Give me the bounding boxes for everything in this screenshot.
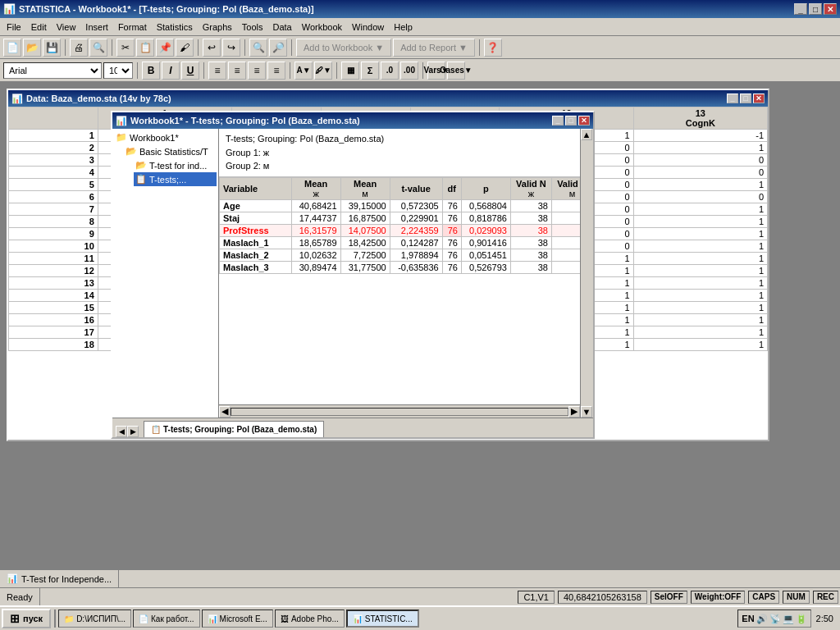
data-window-buttons: _ □ ✕: [727, 94, 765, 103]
scroll-right-btn[interactable]: ▶: [568, 406, 580, 418]
format-toolbar: Arial 10 B I U ≡ ≡ ≡ ≡ A▼ 🖊▼ ▦ Σ .0 .00 …: [0, 59, 840, 82]
menu-data[interactable]: Data: [268, 21, 297, 34]
results-table: Variable Meanж Meanм t-value df p Valid …: [219, 177, 593, 274]
menu-edit[interactable]: Edit: [26, 21, 52, 34]
copy-btn[interactable]: 📋: [136, 39, 154, 57]
bold-btn[interactable]: B: [142, 62, 160, 80]
menu-format[interactable]: Format: [113, 21, 152, 34]
tree-basic-stats[interactable]: 📂 Basic Statistics/T: [124, 144, 217, 158]
system-clock: 2:50: [813, 614, 837, 623]
underline-btn[interactable]: U: [181, 62, 199, 80]
workbook-window: 📊 Workbook1* - T-tests; Grouping: Pol (B…: [111, 111, 595, 439]
print-btn[interactable]: 🖨: [70, 39, 88, 57]
main-area: 📊 Data: Baza_demo.sta (14v by 78c) _ □ ✕…: [0, 82, 840, 548]
wb-maximize-btn[interactable]: □: [565, 116, 577, 126]
v-scrollbar[interactable]: ▲ ▼: [580, 129, 593, 418]
weight-text: Weight:OFF: [695, 592, 741, 601]
start-button[interactable]: ⊞ пуск: [2, 609, 51, 628]
font-size-selector[interactable]: 10: [103, 62, 133, 79]
results-row: Maslach_3 30,89474 31,77500 -0,635836 76…: [220, 261, 593, 273]
tab-t-tests[interactable]: 📋 T-tests; Grouping: Pol (Baza_demo.sta): [144, 421, 324, 437]
help-btn[interactable]: ❓: [484, 39, 502, 57]
taskbar-item-explorer[interactable]: 📁 D:\ИСПИП\...: [58, 609, 131, 628]
results-row: Maslach_2 10,02632 7,72500 1,978894 76 0…: [220, 249, 593, 261]
maximize-button[interactable]: □: [809, 3, 822, 15]
align-center-btn[interactable]: ≡: [228, 62, 246, 80]
taskbar-item-photoshop[interactable]: 🖼 Adobe Pho...: [275, 609, 345, 628]
scroll-down-btn[interactable]: ▼: [581, 406, 592, 418]
italic-btn[interactable]: I: [162, 62, 180, 80]
results-row: Maslach_1 18,65789 18,42500 0,124287 76 …: [220, 236, 593, 249]
data-close-btn[interactable]: ✕: [753, 94, 765, 103]
close-button[interactable]: ✕: [824, 3, 837, 15]
add-to-report-btn[interactable]: Add to Report ▼: [393, 39, 475, 57]
percent-btn[interactable]: .0: [381, 62, 399, 80]
sep6: [479, 39, 480, 56]
highlight-btn[interactable]: 🖊▼: [314, 62, 332, 80]
wb-close-btn[interactable]: ✕: [578, 116, 590, 126]
wb-minimize-btn[interactable]: _: [552, 116, 564, 126]
stat-label: STATISTIC...: [365, 614, 413, 623]
sep9: [290, 62, 290, 79]
col-tvalue: t-value: [390, 177, 442, 199]
scroll-up-btn[interactable]: ▲: [581, 129, 592, 140]
data-minimize-btn[interactable]: _: [727, 94, 738, 103]
sum-btn[interactable]: Σ: [361, 62, 379, 80]
add-to-workbook-btn[interactable]: Add to Workbook ▼: [296, 39, 391, 57]
cut-btn[interactable]: ✂: [116, 39, 135, 57]
tree-t-tests[interactable]: 📋 T-tests;...: [134, 172, 217, 186]
paste-btn[interactable]: 📌: [156, 39, 174, 57]
menu-insert[interactable]: Insert: [80, 21, 113, 34]
menu-statistics[interactable]: Statistics: [152, 21, 198, 34]
sys-tray: EN 🔊 📡 💻 🔋: [737, 609, 810, 628]
main-title-bar: 📊 STATISTICA - Workbook1* - [T-tests; Gr…: [0, 0, 840, 18]
data-maximize-btn[interactable]: □: [740, 94, 751, 103]
lang-indicator: EN: [742, 614, 754, 623]
scroll-left-btn[interactable]: ◀: [219, 406, 231, 418]
font-selector[interactable]: Arial: [3, 62, 102, 79]
menu-help[interactable]: Help: [389, 21, 418, 34]
menu-graphs[interactable]: Graphs: [198, 21, 237, 34]
format-btn[interactable]: 🖌: [176, 39, 194, 57]
menu-view[interactable]: View: [52, 21, 81, 34]
undo-btn[interactable]: ↩: [203, 39, 221, 57]
find-btn[interactable]: 🔍: [249, 39, 267, 57]
find2-btn[interactable]: 🔎: [269, 39, 287, 57]
font-color-btn[interactable]: A▼: [294, 62, 313, 80]
open-btn[interactable]: 📂: [23, 39, 41, 57]
new-btn[interactable]: 📄: [3, 39, 21, 57]
col-variable: Variable: [220, 177, 292, 199]
tree-t-test-ind[interactable]: 📂 T-test for ind...: [134, 158, 217, 172]
decimal-btn[interactable]: .00: [400, 62, 418, 80]
scrollbar-track[interactable]: [231, 408, 568, 416]
menu-workbook[interactable]: Workbook: [297, 21, 347, 34]
windows-logo: ⊞: [10, 612, 20, 625]
redo-btn[interactable]: ↪: [222, 39, 240, 57]
cases-btn[interactable]: Cases▼: [447, 62, 465, 80]
results-row: ProfStress 16,31579 14,07500 2,224359 76…: [220, 224, 593, 236]
tab-nav-btns: ◀ ▶: [116, 426, 139, 437]
tree-workbook[interactable]: 📁 Workbook1*: [114, 130, 217, 144]
taskbar-item-doc[interactable]: 📄 Как работ...: [133, 609, 200, 628]
menu-file[interactable]: File: [2, 21, 26, 34]
tab-prev-btn[interactable]: ◀: [116, 426, 127, 437]
align-left-btn[interactable]: ≡: [208, 62, 226, 80]
menu-window[interactable]: Window: [347, 21, 389, 34]
minimize-button[interactable]: _: [794, 3, 807, 15]
tree-t-tests-label: T-tests;...: [149, 175, 186, 185]
col-cognk-header: 13CognK: [633, 107, 767, 130]
results-scroll[interactable]: Variable Meanж Meanм t-value df p Valid …: [219, 177, 593, 409]
border-btn[interactable]: ▦: [341, 62, 359, 80]
taskbar-right: EN 🔊 📡 💻 🔋 2:50: [737, 609, 840, 628]
tab-next-btn[interactable]: ▶: [127, 426, 139, 437]
menu-tools[interactable]: Tools: [237, 21, 268, 34]
taskbar-item-statistica[interactable]: 📊 STATISTIC...: [346, 609, 419, 628]
title-bar-buttons: _ □ ✕: [794, 3, 837, 15]
align-justify-btn[interactable]: ≡: [267, 62, 285, 80]
taskbar-item-excel[interactable]: 📊 Microsoft E...: [202, 609, 273, 628]
save-btn[interactable]: 💾: [43, 39, 61, 57]
preview-btn[interactable]: 🔍: [89, 39, 107, 57]
h-scrollbar[interactable]: ◀ ▶: [219, 404, 580, 418]
start-label: пуск: [23, 614, 43, 623]
align-right-btn[interactable]: ≡: [248, 62, 266, 80]
